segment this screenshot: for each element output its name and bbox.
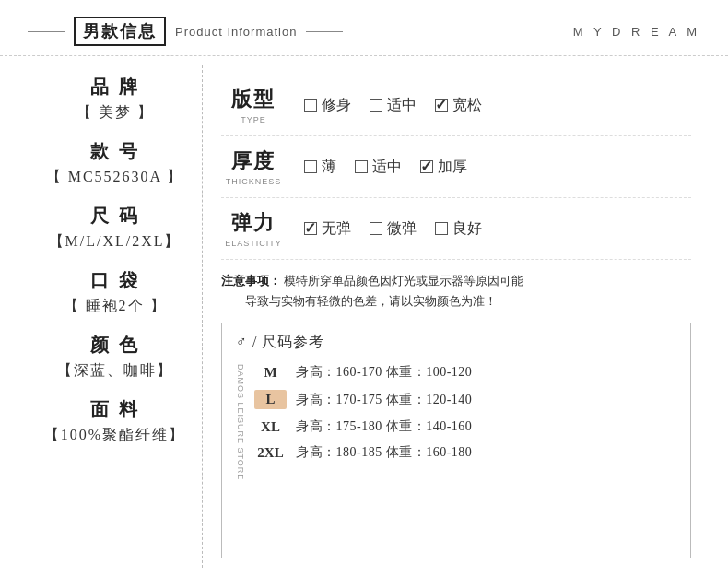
info-item-4: 颜 色 【深蓝、咖啡】	[37, 333, 193, 381]
attr-label-en-0: TYPE	[221, 115, 286, 124]
header-english-label: Product Information	[175, 25, 297, 39]
left-panel: 品 牌 【 美梦 】 款 号 【 MC552630A 】 尺 码 【M/L/XL…	[18, 65, 203, 568]
size-info-0: 身高：160-170 体重：100-120	[296, 364, 472, 381]
option-text-0-0: 修身	[322, 96, 351, 115]
size-info-2: 身高：175-180 体重：140-160	[296, 418, 472, 435]
attr-label-en-1: THICKNESS	[221, 177, 286, 186]
size-ref-box: ♂ / 尺码参考 DAMOS LEISURE STORE M 身高：160-17…	[221, 323, 691, 558]
option-text-0-1: 适中	[387, 96, 417, 115]
info-label-3: 口 袋	[37, 268, 193, 293]
checkbox-2-2	[435, 222, 448, 235]
info-label-5: 面 料	[37, 397, 193, 422]
option-text-2-1: 微弹	[387, 219, 417, 239]
info-label-4: 颜 色	[37, 333, 193, 358]
size-ref-title: ♂ / 尺码参考	[236, 333, 676, 352]
checkbox-1-2	[420, 160, 433, 173]
header: 男款信息 Product Information M Y D R E A M	[0, 0, 728, 56]
info-value-2: 【M/L/XL/2XL】	[37, 232, 193, 252]
size-tag-1: L	[254, 390, 287, 409]
info-value-5: 【100%聚酯纤维】	[37, 426, 193, 445]
attr-options-1: 薄 适中 加厚	[304, 158, 691, 177]
checkbox-0-0	[304, 99, 317, 112]
attr-option-1-0: 薄	[304, 158, 336, 177]
info-value-3: 【 睡袍2个 】	[37, 297, 193, 316]
attr-label-block-1: 厚度 THICKNESS	[221, 147, 286, 186]
attr-option-0-0: 修身	[304, 96, 351, 115]
notice-section: 注意事项： 模特所穿单品颜色因灯光或显示器等原因可能 导致与实物有轻微的色差，请…	[221, 260, 691, 319]
size-row-0: M 身高：160-170 体重：100-120	[254, 359, 676, 385]
vertical-store-text: DAMOS LEISURE STORE	[236, 359, 245, 485]
checkbox-1-1	[355, 160, 368, 173]
option-text-2-0: 无弹	[322, 219, 351, 239]
option-text-0-2: 宽松	[452, 96, 482, 115]
attr-row-2: 弹力 ELASTICITY 无弹 微弹 良好	[221, 198, 691, 260]
header-chinese-label: 男款信息	[74, 17, 166, 46]
info-value-4: 【深蓝、咖啡】	[37, 361, 193, 381]
checkbox-1-0	[304, 160, 317, 173]
attr-option-0-1: 适中	[370, 96, 417, 115]
info-label-2: 尺 码	[37, 204, 193, 229]
attr-option-1-1: 适中	[355, 158, 402, 177]
attr-label-block-0: 版型 TYPE	[221, 86, 286, 124]
attr-options-0: 修身 适中 宽松	[304, 96, 691, 115]
right-panel: 版型 TYPE 修身 适中 宽松 厚度 THICKNESS 薄 适中 加厚 弹力…	[203, 65, 710, 568]
page-container: 男款信息 Product Information M Y D R E A M 品…	[0, 0, 728, 576]
info-item-2: 尺 码 【M/L/XL/2XL】	[37, 204, 193, 252]
attr-label-cn-1: 厚度	[221, 147, 286, 175]
header-line-right	[306, 31, 343, 32]
size-info-3: 身高：180-185 体重：160-180	[296, 444, 472, 461]
info-value-1: 【 MC552630A 】	[37, 168, 193, 187]
attr-label-block-2: 弹力 ELASTICITY	[221, 209, 286, 248]
option-text-2-2: 良好	[452, 219, 482, 239]
attr-option-0-2: 宽松	[435, 96, 482, 115]
attributes-section: 版型 TYPE 修身 适中 宽松 厚度 THICKNESS 薄 适中 加厚 弹力…	[221, 75, 691, 260]
header-left: 男款信息 Product Information	[28, 17, 343, 46]
attr-label-cn-0: 版型	[221, 86, 286, 113]
info-label-0: 品 牌	[37, 75, 193, 100]
info-item-1: 款 号 【 MC552630A 】	[37, 139, 193, 187]
option-text-1-0: 薄	[322, 158, 336, 177]
info-item-5: 面 料 【100%聚酯纤维】	[37, 397, 193, 445]
size-tag-3: 2XL	[254, 445, 287, 461]
checkbox-2-0	[304, 222, 317, 235]
size-tag-0: M	[254, 365, 287, 381]
info-item-3: 口 袋 【 睡袍2个 】	[37, 268, 193, 316]
info-item-0: 品 牌 【 美梦 】	[37, 75, 193, 123]
info-value-0: 【 美梦 】	[37, 103, 193, 123]
attr-option-1-2: 加厚	[420, 158, 467, 177]
size-ref-content: DAMOS LEISURE STORE M 身高：160-170 体重：100-…	[236, 359, 676, 485]
attr-label-en-2: ELASTICITY	[221, 239, 286, 248]
main-content: 品 牌 【 美梦 】 款 号 【 MC552630A 】 尺 码 【M/L/XL…	[0, 56, 728, 576]
attr-options-2: 无弹 微弹 良好	[304, 219, 691, 239]
option-text-1-2: 加厚	[438, 158, 467, 177]
attr-label-cn-2: 弹力	[221, 209, 286, 237]
size-row-2: XL 身高：175-180 体重：140-160	[254, 414, 676, 440]
size-row-3: 2XL 身高：180-185 体重：160-180	[254, 440, 676, 465]
size-tag-2: XL	[254, 419, 287, 435]
header-line-left	[28, 31, 65, 32]
attr-row-1: 厚度 THICKNESS 薄 适中 加厚	[221, 136, 691, 198]
attr-option-2-0: 无弹	[304, 219, 351, 239]
size-table: M 身高：160-170 体重：100-120 L 身高：170-175 体重：…	[254, 359, 676, 485]
brand-name: M Y D R E A M	[573, 25, 700, 39]
checkbox-0-1	[370, 99, 382, 112]
checkbox-2-1	[370, 222, 382, 235]
option-text-1-1: 适中	[372, 158, 402, 177]
checkbox-0-2	[435, 99, 448, 112]
attr-row-0: 版型 TYPE 修身 适中 宽松	[221, 75, 691, 136]
attr-option-2-1: 微弹	[370, 219, 417, 239]
attr-option-2-2: 良好	[435, 219, 482, 239]
info-label-1: 款 号	[37, 139, 193, 164]
notice-label: 注意事项：	[221, 274, 281, 288]
size-row-1: L 身高：170-175 体重：120-140	[254, 385, 676, 414]
size-info-1: 身高：170-175 体重：120-140	[296, 392, 472, 408]
